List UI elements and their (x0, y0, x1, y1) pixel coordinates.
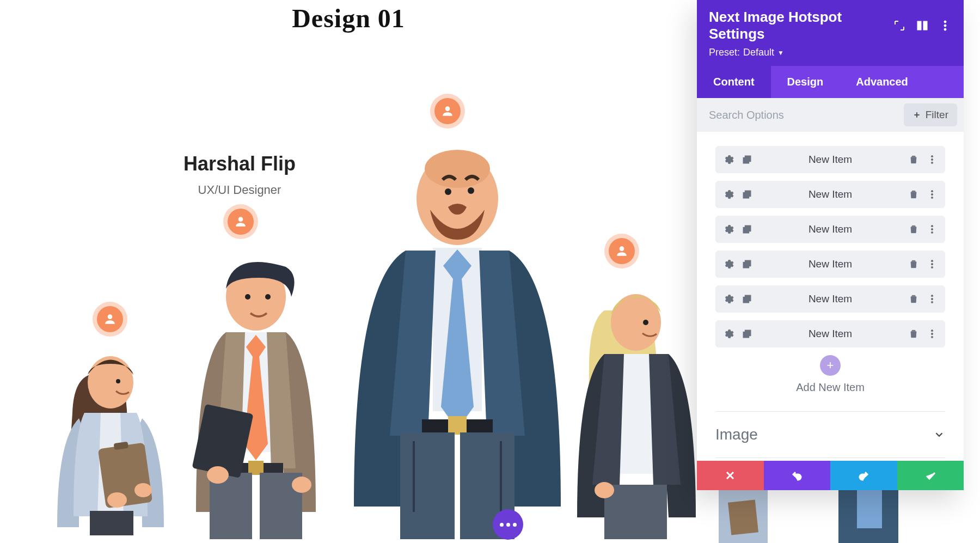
expand-icon[interactable] (893, 19, 906, 32)
gear-icon[interactable] (723, 294, 734, 304)
panel-body[interactable]: New Item New Item New Item (697, 132, 964, 461)
panel-footer (697, 461, 964, 490)
hotspot-pin[interactable] (434, 98, 461, 124)
svg-rect-53 (745, 225, 751, 231)
svg-rect-63 (745, 295, 751, 301)
kebab-menu-icon[interactable] (939, 19, 952, 32)
svg-point-51 (931, 197, 933, 198)
duplicate-icon[interactable] (742, 259, 752, 270)
floating-action-button[interactable] (493, 509, 523, 540)
svg-rect-68 (745, 330, 751, 335)
svg-rect-25 (448, 416, 467, 435)
tooltip-subtitle: UX/UI Designer (152, 183, 327, 197)
duplicate-icon[interactable] (742, 154, 752, 165)
trash-icon[interactable] (908, 189, 919, 200)
save-button[interactable] (897, 461, 964, 490)
svg-rect-38 (923, 21, 927, 30)
tooltip-title: Harshal Flip (152, 152, 327, 175)
svg-point-56 (931, 231, 933, 233)
preset-value: Default (743, 47, 774, 58)
gear-icon[interactable] (723, 328, 734, 339)
tab-advanced[interactable]: Advanced (840, 66, 924, 98)
item-label: New Item (752, 328, 908, 340)
svg-point-21 (445, 188, 451, 195)
gear-icon[interactable] (723, 224, 734, 235)
illustration-overflow (697, 490, 980, 543)
svg-point-64 (931, 295, 933, 297)
add-item-button[interactable]: + (820, 355, 841, 376)
list-item[interactable]: New Item (715, 320, 945, 347)
svg-point-69 (931, 330, 933, 332)
list-item[interactable]: New Item (715, 181, 945, 208)
svg-rect-58 (745, 260, 751, 266)
svg-point-29 (643, 320, 648, 325)
trash-icon[interactable] (908, 259, 919, 270)
svg-rect-30 (618, 354, 654, 474)
svg-point-1 (116, 379, 120, 383)
svg-rect-43 (745, 156, 751, 161)
list-item[interactable]: New Item (715, 146, 945, 173)
svg-point-49 (931, 191, 933, 192)
list-item[interactable]: New Item (715, 285, 945, 313)
svg-point-59 (931, 260, 933, 262)
list-item[interactable]: New Item (715, 251, 945, 278)
panel-header: Next Image Hotspot Settings Preset: Defa… (697, 0, 964, 66)
svg-point-18 (292, 477, 311, 493)
svg-point-39 (944, 21, 946, 23)
svg-point-65 (931, 298, 933, 300)
kebab-menu-icon[interactable] (927, 154, 938, 165)
svg-point-44 (931, 156, 933, 157)
filter-label: Filter (926, 109, 948, 121)
undo-button[interactable] (764, 461, 831, 490)
trash-icon[interactable] (908, 154, 919, 165)
trash-icon[interactable] (908, 328, 919, 339)
svg-point-5 (107, 492, 127, 508)
svg-rect-37 (917, 21, 921, 30)
chevron-down-icon: ▼ (777, 49, 784, 57)
svg-point-61 (931, 266, 933, 268)
kebab-menu-icon[interactable] (927, 189, 938, 200)
duplicate-icon[interactable] (742, 294, 752, 304)
tab-content[interactable]: Content (697, 66, 771, 98)
illustration-person (340, 136, 574, 539)
tab-design[interactable]: Design (771, 66, 840, 98)
svg-point-54 (931, 225, 933, 227)
cancel-button[interactable] (697, 461, 764, 490)
illustration-person (52, 337, 171, 535)
duplicate-icon[interactable] (742, 224, 752, 235)
kebab-menu-icon[interactable] (927, 259, 938, 270)
svg-rect-26 (400, 432, 455, 539)
redo-button[interactable] (830, 461, 897, 490)
accordion-link[interactable]: Link (715, 457, 945, 461)
kebab-menu-icon[interactable] (927, 328, 938, 339)
preview-canvas: Design 01 Harshal Flip UX/UI Designer (0, 0, 697, 543)
chevron-down-icon (933, 429, 945, 441)
hotspot-pin[interactable] (228, 209, 254, 235)
svg-point-46 (931, 162, 933, 163)
trash-icon[interactable] (908, 224, 919, 235)
svg-point-0 (88, 356, 133, 408)
add-item-label: Add New Item (715, 381, 945, 394)
illustration-person (174, 245, 338, 539)
svg-point-66 (931, 301, 933, 303)
gear-icon[interactable] (723, 154, 734, 165)
svg-point-6 (134, 483, 152, 497)
hotspot-pin[interactable] (97, 306, 123, 332)
duplicate-icon[interactable] (742, 189, 752, 200)
svg-rect-31 (604, 485, 667, 539)
gear-icon[interactable] (723, 259, 734, 270)
kebab-menu-icon[interactable] (927, 294, 938, 304)
trash-icon[interactable] (908, 294, 919, 304)
columns-icon[interactable] (916, 19, 929, 32)
hotspot-pin[interactable] (609, 238, 635, 264)
kebab-menu-icon[interactable] (927, 224, 938, 235)
gear-icon[interactable] (723, 189, 734, 200)
svg-point-60 (931, 263, 933, 265)
list-item[interactable]: New Item (715, 216, 945, 243)
preset-selector[interactable]: Preset: Default ▼ (709, 47, 952, 58)
duplicate-icon[interactable] (742, 328, 752, 339)
svg-point-32 (595, 482, 614, 498)
filter-button[interactable]: Filter (904, 103, 957, 126)
accordion-image[interactable]: Image (715, 411, 945, 457)
search-input[interactable] (703, 105, 904, 126)
